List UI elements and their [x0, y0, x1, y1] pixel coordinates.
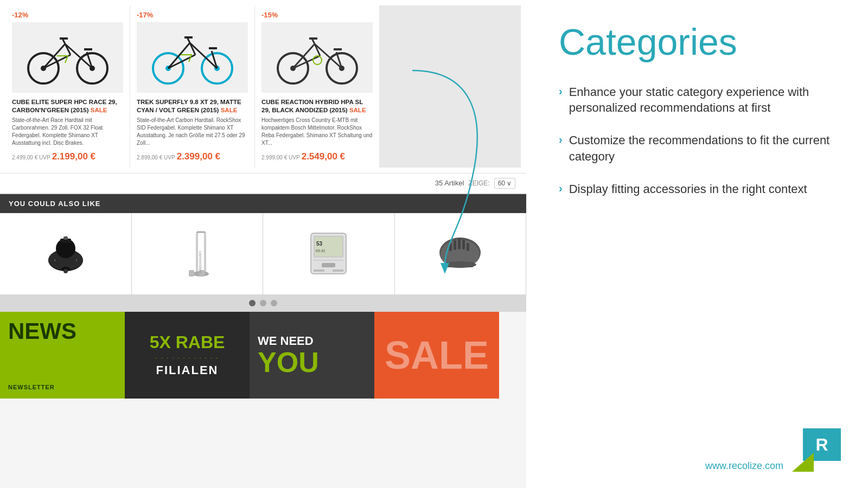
product-price-2: 2.899,00 € UVP 2.399,00 €	[137, 151, 248, 162]
svg-text:cannondale: cannondale	[198, 251, 203, 274]
banner-news-sub: NEWSLETTER	[8, 384, 117, 390]
brand-area: www.recolize.com R	[559, 418, 841, 472]
svg-rect-67	[462, 240, 465, 249]
product-price-3: 2.999,00 € UVP 2.549,00 €	[261, 151, 373, 162]
dot-3[interactable]	[271, 300, 277, 306]
banner-you: WE NEED YOU	[250, 312, 374, 399]
svg-line-7	[43, 55, 71, 68]
discount-badge-2: -17%	[137, 11, 248, 19]
chevron-icon-3: ›	[559, 182, 563, 195]
svg-rect-70	[446, 262, 474, 267]
banner-rabe-bot: FILIALEN	[156, 363, 219, 377]
product-desc-1: State-of-the-Art Race Hardtail mit Carbo…	[12, 117, 123, 147]
dot-2[interactable]	[260, 300, 266, 306]
banner-sale-text: SALE	[385, 333, 489, 377]
dot-1[interactable]	[249, 300, 256, 306]
bullet-item-2: › Customize the recommendations to fit t…	[559, 132, 841, 164]
accessory-products: cannondale 53 69.42	[0, 213, 526, 294]
also-like-header: YOU COULD ALSO LIKE	[0, 194, 526, 213]
banner-news: NEWS NEWSLETTER	[0, 312, 125, 399]
brand-url: www.recolize.com	[705, 460, 783, 472]
brand-logo: R	[792, 428, 841, 472]
banner-sale: SALE	[374, 312, 499, 399]
banner-you-top: WE NEED	[258, 334, 366, 348]
svg-rect-61	[333, 269, 343, 272]
banner-rabe: 5X RABE · · · · · · · · · · · · FILIALEN	[125, 312, 250, 399]
product-price-1: 2.499,00 € UVP 2.199,00 €	[12, 151, 123, 162]
chevron-icon-1: ›	[559, 85, 563, 98]
right-panel: Categories › Enhance your static categor…	[526, 0, 868, 488]
computer-image: 53 69.42	[304, 229, 353, 278]
svg-rect-59	[322, 263, 335, 267]
bullet-list: › Enhance your static category experienc…	[559, 84, 841, 418]
accessory-card-bell	[0, 213, 132, 294]
product-image-2	[137, 22, 248, 93]
accessory-card-computer: 53 69.42	[263, 213, 395, 294]
svg-text:53: 53	[316, 241, 323, 247]
zeige-label: ZEIGE:	[468, 179, 489, 187]
product-image-3	[261, 22, 373, 93]
carousel-dots	[0, 294, 526, 312]
banner-rabe-top: 5X RABE	[150, 332, 225, 352]
svg-rect-65	[454, 240, 456, 250]
product-card-3: -15%	[255, 5, 380, 168]
chevron-down-icon: ∨	[507, 179, 512, 187]
banner-news-title: NEWS	[8, 320, 117, 343]
bullet-item-3: › Display fitting accessories in the rig…	[559, 181, 841, 197]
svg-point-43	[63, 269, 68, 273]
svg-rect-41	[63, 236, 68, 240]
discount-badge-3: -15%	[261, 11, 373, 19]
banner-rabe-mid: · · · · · · · · · · · ·	[156, 355, 219, 361]
discount-badge-1: -12%	[12, 11, 123, 19]
bullet-text-2: Customize the recommendations to fit the…	[569, 132, 841, 164]
screenshot-panel: -12%	[0, 0, 526, 488]
product-desc-2: State-of-the-Art Carbon Hardtail. RockSh…	[137, 117, 248, 147]
product-name-1: CUBE ELITE SUPER HPC RACE 29, CARBON'N'G…	[12, 98, 123, 114]
page-title: Categories	[559, 22, 841, 62]
product-grid: -12%	[0, 0, 526, 174]
article-count: 35 Artikel	[435, 179, 464, 187]
svg-line-28	[293, 44, 315, 68]
product-image-1	[12, 22, 123, 93]
svg-rect-55	[315, 237, 342, 256]
svg-line-31	[293, 56, 320, 68]
svg-text:69.42: 69.42	[316, 249, 326, 253]
logo-letter-r: R	[815, 435, 828, 455]
empty-area	[380, 5, 521, 168]
accessory-card-pump: cannondale	[132, 213, 264, 294]
accessory-card-helmet	[395, 213, 527, 294]
svg-rect-64	[449, 243, 452, 251]
product-card-2: -17%	[130, 5, 255, 168]
svg-rect-60	[314, 269, 324, 272]
svg-rect-50	[189, 270, 194, 277]
product-name-2: TREK SUPERFLY 9.8 XT 29, MATTE CYAN / VO…	[137, 98, 248, 114]
banner-strip: NEWS NEWSLETTER 5X RABE · · · · · · · · …	[0, 312, 526, 399]
svg-rect-68	[467, 243, 469, 251]
bell-image	[41, 229, 90, 278]
helmet-image	[436, 229, 484, 278]
banner-you-mid: YOU	[258, 348, 366, 376]
count-select[interactable]: 60 ∨	[494, 178, 515, 189]
also-like-section: YOU COULD ALSO LIKE	[0, 194, 526, 312]
bullet-text-3: Display fitting accessories in the right…	[569, 181, 807, 197]
product-desc-3: Hochwertiges Cross Country E-MTB mit kom…	[261, 117, 373, 147]
pump-image: cannondale	[173, 229, 221, 278]
bullet-item-1: › Enhance your static category experienc…	[559, 84, 841, 116]
product-card-1: -12%	[5, 5, 130, 168]
bullet-text-1: Enhance your static category experience …	[569, 84, 841, 116]
pagination-bar: 35 Artikel ZEIGE: 60 ∨	[0, 174, 526, 194]
svg-line-16	[168, 43, 190, 68]
chevron-icon-2: ›	[559, 133, 563, 146]
product-name-3: CUBE REACTION HYBRID HPA SL 29, BLACK AN…	[261, 98, 373, 114]
logo-green-triangle	[792, 453, 814, 472]
svg-rect-66	[458, 239, 461, 249]
